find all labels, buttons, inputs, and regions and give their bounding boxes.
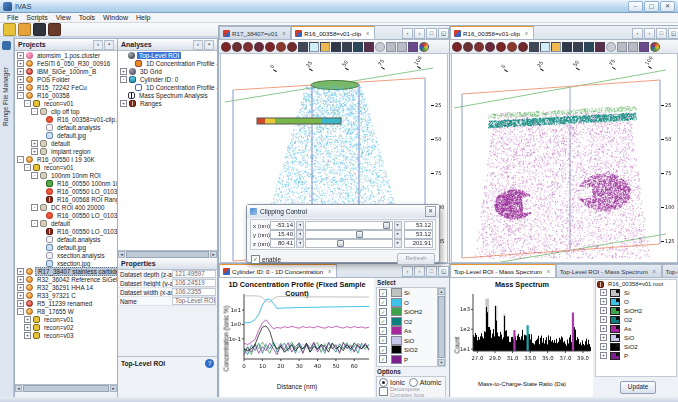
ion-display-7-icon[interactable]	[518, 42, 528, 52]
tree-item[interactable]: +R33_97321 C	[15, 291, 117, 299]
stereo-icon[interactable]	[617, 42, 627, 52]
collapse-icon[interactable]: -	[31, 204, 38, 211]
minimize-button[interactable]: –	[628, 1, 643, 12]
open-project-icon[interactable]	[18, 23, 31, 36]
slider-right-arrow-icon[interactable]: ▸	[394, 239, 402, 248]
white-background-icon[interactable]	[540, 42, 550, 52]
ion-display-4-icon[interactable]	[254, 42, 264, 52]
copy-view-icon[interactable]	[342, 42, 352, 52]
spectrum-chart-plot[interactable]	[451, 289, 593, 379]
ion-display-6-icon[interactable]	[276, 42, 286, 52]
expand-icon[interactable]: +	[24, 316, 31, 323]
enable-checkbox[interactable]: ✓	[251, 255, 260, 264]
orientation-cube-icon[interactable]	[606, 42, 616, 52]
expand-icon[interactable]: +	[600, 298, 607, 305]
clip-max-input[interactable]: 53.12	[404, 230, 433, 239]
panel-close-icon[interactable]: ▪	[204, 40, 214, 50]
collapse-icon[interactable]: -	[120, 76, 127, 83]
spectrum-ion-row[interactable]: +As	[596, 324, 676, 333]
tree-item[interactable]: +POS Folder	[15, 75, 117, 83]
tree-item[interactable]: xsection.analysis	[15, 251, 117, 259]
rotation-icon[interactable]	[419, 42, 429, 52]
restore-panel-icon[interactable]: ◱	[668, 28, 678, 39]
expand-icon[interactable]: +	[17, 76, 24, 83]
clip-slider[interactable]	[305, 221, 393, 230]
scrollbar-thumb[interactable]	[23, 385, 109, 392]
expand-icon[interactable]: +	[600, 325, 607, 332]
analyses-hscrollbar[interactable]: ◂ ▸	[118, 250, 217, 258]
tab-close-icon[interactable]: x	[364, 29, 371, 37]
tree-item[interactable]: default.analysis	[15, 235, 117, 243]
tree-item[interactable]: +implant region	[15, 147, 117, 155]
expand-icon[interactable]: +	[600, 289, 607, 296]
ion-display-1-icon[interactable]	[221, 42, 231, 52]
maximize-panel-icon[interactable]: □	[426, 28, 437, 39]
tab-r16-00358-v01-clip[interactable]: R16_00358=v01-clipx	[291, 26, 375, 39]
slider-right-arrow-icon[interactable]: ▸	[394, 221, 402, 230]
save-image-icon[interactable]	[353, 42, 363, 52]
collapse-icon[interactable]: -	[31, 108, 38, 115]
analyses-panel-header[interactable]: Analyses ‹ ▪	[118, 39, 217, 51]
spectrum-ion-row[interactable]: +SiO	[596, 333, 676, 342]
species-checkbox[interactable]: ✓	[379, 289, 387, 297]
species-row[interactable]: ✓SiOH2	[377, 307, 437, 317]
clipping-control-dialog[interactable]: Clipping Control ✕ x (nm)-53.14◂▸53.12y …	[246, 204, 440, 263]
grid-icon[interactable]	[529, 42, 539, 52]
alignment-icon[interactable]	[639, 42, 649, 52]
tab-top-level-roi-mass-spectrum[interactable]: Top-Level ROI - Mass Spectrumx	[450, 264, 556, 277]
tree-item[interactable]: +recon=v03	[15, 331, 117, 339]
tab-scroll-left-icon[interactable]: ‹	[402, 28, 413, 39]
clip-max-input[interactable]: 201.91	[404, 239, 433, 248]
ion-display-2-icon[interactable]	[463, 42, 473, 52]
movie-capture-icon[interactable]	[364, 42, 374, 52]
expand-icon[interactable]: +	[24, 332, 31, 339]
measure-icon[interactable]	[628, 42, 638, 52]
menu-window[interactable]: Window	[99, 14, 132, 21]
clip-slider[interactable]	[305, 230, 393, 239]
clip-max-input[interactable]: 53.12	[404, 221, 433, 230]
tree-item[interactable]: +IBM_SiGe_100nm_B	[15, 67, 117, 75]
tree-item[interactable]: R16_00550 LO_01030 7HfTiN_	[15, 211, 117, 219]
tab-close-icon[interactable]: x	[651, 267, 658, 275]
black-background-icon[interactable]	[320, 42, 330, 52]
tree-item[interactable]: +3D Grid	[118, 67, 217, 75]
expand-icon[interactable]: +	[17, 52, 24, 59]
menu-file[interactable]: File	[3, 14, 22, 21]
copy-view-icon[interactable]	[573, 42, 583, 52]
tree-item[interactable]: -Cylinder ID: 0	[118, 75, 217, 83]
menu-tools[interactable]: Tools	[75, 14, 99, 21]
tree-item[interactable]: 1D Concentration Profile - Z-axis	[118, 83, 217, 91]
legend-vscrollbar[interactable]: ▴ ▾	[437, 288, 445, 366]
maximize-panel-icon[interactable]: □	[656, 28, 667, 39]
property-value[interactable]: 121.49597	[172, 270, 216, 278]
tab-scroll-right-icon[interactable]: ›	[414, 28, 425, 39]
tree-item[interactable]: -100nm 10nm ROI	[15, 171, 117, 179]
spectrum-ion-row[interactable]: +O2	[596, 315, 676, 324]
expand-icon[interactable]: +	[600, 334, 607, 341]
tab-top-level-roi-mass-spectrum[interactable]: Top-Level ROI - Mass Spectrumx	[556, 264, 662, 277]
tab-scroll-right-icon[interactable]: ›	[414, 266, 425, 277]
restore-panel-icon[interactable]: ◱	[438, 28, 449, 39]
collapse-icon[interactable]: -	[24, 100, 31, 107]
menu-help[interactable]: Help	[132, 14, 154, 21]
measure-icon[interactable]	[397, 42, 407, 52]
expand-icon[interactable]: +	[17, 276, 24, 283]
slider-left-arrow-icon[interactable]: ◂	[296, 239, 304, 248]
expand-icon[interactable]: +	[17, 68, 24, 75]
ion-display-4-icon[interactable]	[485, 42, 495, 52]
collapse-icon[interactable]: -	[24, 164, 31, 171]
clip-value-input[interactable]: 80.41	[270, 239, 295, 248]
clipboard-icon[interactable]	[562, 42, 572, 52]
clipboard-icon[interactable]	[331, 42, 341, 52]
expand-icon[interactable]: +	[17, 268, 24, 275]
tab-close-icon[interactable]: x	[281, 29, 288, 37]
clip-value-input[interactable]: 15.40	[270, 230, 295, 239]
close-button[interactable]: ✕	[660, 1, 675, 12]
tab-close-icon[interactable]: x	[545, 267, 552, 275]
tree-item[interactable]: default.jpg	[15, 243, 117, 251]
scroll-right-icon[interactable]: ▸	[110, 385, 117, 392]
tab-close-icon[interactable]: x	[523, 29, 530, 37]
tree-item[interactable]: +recon=v01	[15, 315, 117, 323]
tree-item[interactable]: -recon=v01	[15, 99, 117, 107]
slider-handle[interactable]	[337, 240, 344, 247]
